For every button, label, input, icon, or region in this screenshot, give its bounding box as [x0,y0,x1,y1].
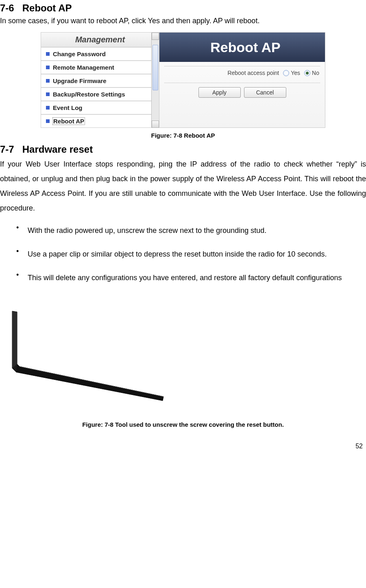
sidebar-item-label: Backup/Restore Settings [53,91,125,98]
radio-no-label: No [312,70,319,76]
section-heading-7-7: 7-7 Hardware reset [0,144,366,155]
bullet-icon [46,119,50,123]
figure-7-8-reboot: Management Change Password Remote Manage… [0,31,366,129]
section-number: 7-7 [0,144,14,155]
figure-7-8-reboot-caption: Figure: 7-8 Reboot AP [0,132,366,139]
bullet-dot: • [16,224,28,237]
bullet-dot: • [16,247,28,261]
management-sidebar: Management Change Password Remote Manage… [41,32,159,128]
sidebar-item-label: Remote Management [53,64,114,71]
bullet-text: Use a paper clip or similar object to de… [28,247,366,261]
list-item: • Use a paper clip or similar object to … [16,247,366,261]
section-title: Hardware reset [22,144,93,155]
cancel-button[interactable]: Cancel [244,87,286,98]
sidebar-scrollbar[interactable] [151,33,159,128]
scroll-down-button[interactable] [152,121,159,128]
section-7-7-body: If your Web User Interface stops respond… [0,157,366,215]
bullet-dot: • [16,271,28,285]
sidebar-item-remote-management[interactable]: Remote Management [41,61,159,74]
figure-hex-key-caption: Figure: 7-8 Tool used to unscrew the scr… [0,421,366,428]
bullet-text: This will delete any configurations you … [28,271,366,285]
list-item: • With the radio powered up, unscrew the… [16,224,366,237]
scroll-up-button[interactable] [152,33,159,40]
page-number: 52 [0,433,366,452]
bullet-icon [46,52,50,56]
section-7-6-intro: In some cases, if you want to reboot AP,… [0,15,366,26]
list-item: • This will delete any configurations yo… [16,271,366,285]
radio-yes[interactable] [283,70,289,76]
section-number: 7-6 [0,2,14,13]
bullet-icon [46,79,50,83]
section-title: Reboot AP [22,2,72,13]
figure-hex-key [0,295,175,417]
bullet-text: With the radio powered up, unscrew the s… [28,224,366,237]
sidebar-item-label: Change Password [53,50,106,57]
bullet-icon [46,106,50,110]
radio-yes-label: Yes [291,70,300,76]
sidebar-item-upgrade-firmware[interactable]: Upgrade Firmware [41,74,159,87]
sidebar-item-change-password[interactable]: Change Password [41,47,159,60]
bullet-icon [46,66,50,69]
sidebar-item-event-log[interactable]: Event Log [41,101,159,114]
sidebar-item-label: Reboot AP [53,118,85,125]
sidebar-item-backup-restore[interactable]: Backup/Restore Settings [41,88,159,101]
scroll-thumb[interactable] [152,45,158,90]
bullet-list: • With the radio powered up, unscrew the… [16,224,366,285]
section-heading-7-6: 7-6 Reboot AP [0,2,366,14]
radio-no[interactable] [304,70,310,76]
sidebar-item-label: Event Log [53,104,83,111]
sidebar-header: Management [41,33,159,47]
reboot-panel: Reboot AP Reboot access point Yes No App… [159,32,325,128]
sidebar-item-label: Upgrade Firmware [53,77,107,84]
apply-button[interactable]: Apply [198,87,241,98]
bullet-icon [46,92,50,96]
sidebar-item-reboot-ap[interactable]: Reboot AP [41,114,159,127]
hex-key-icon [0,295,175,417]
panel-banner: Reboot AP [159,33,325,62]
setting-label: Reboot access point [227,70,279,76]
